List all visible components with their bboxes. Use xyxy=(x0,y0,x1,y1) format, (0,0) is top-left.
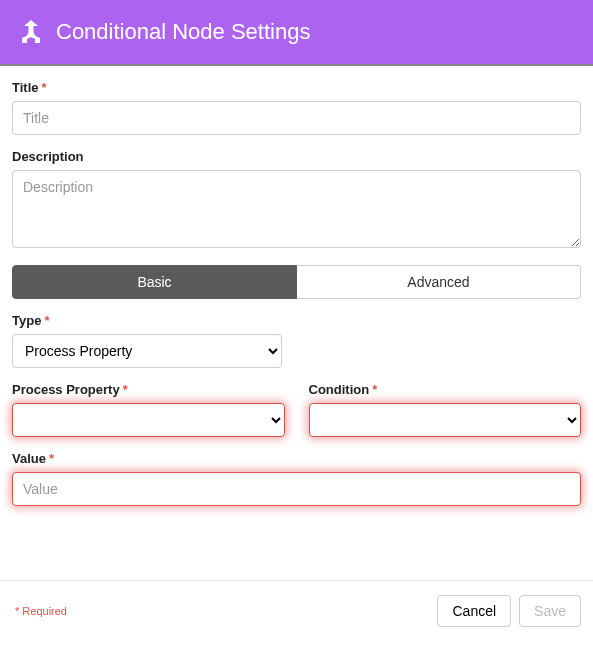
tab-basic[interactable]: Basic xyxy=(12,265,297,299)
type-label: Type* xyxy=(12,313,581,328)
required-asterisk: * xyxy=(49,451,54,466)
required-note: * Required xyxy=(12,605,67,617)
value-input[interactable] xyxy=(12,472,581,506)
type-select[interactable]: Process Property xyxy=(12,334,282,368)
property-condition-row: Process Property* Condition* xyxy=(12,382,581,451)
cancel-button[interactable]: Cancel xyxy=(437,595,511,627)
branch-icon xyxy=(18,18,44,46)
required-asterisk: * xyxy=(44,313,49,328)
condition-select[interactable] xyxy=(309,403,582,437)
value-field: Value* xyxy=(12,451,581,506)
mode-tabs: Basic Advanced xyxy=(12,265,581,299)
required-asterisk: * xyxy=(42,80,47,95)
modal-footer: * Required Cancel Save xyxy=(0,580,593,645)
description-field: Description xyxy=(12,149,581,251)
condition-field: Condition* xyxy=(309,382,582,437)
modal-title: Conditional Node Settings xyxy=(56,19,310,45)
modal-body: Title* Description Basic Advanced Type* … xyxy=(0,66,593,540)
title-label: Title* xyxy=(12,80,581,95)
type-field: Type* Process Property xyxy=(12,313,581,368)
condition-label: Condition* xyxy=(309,382,582,397)
footer-actions: Cancel Save xyxy=(437,595,581,627)
description-textarea[interactable] xyxy=(12,170,581,248)
value-label: Value* xyxy=(12,451,581,466)
process-property-label: Process Property* xyxy=(12,382,285,397)
process-property-field: Process Property* xyxy=(12,382,285,437)
required-asterisk: * xyxy=(372,382,377,397)
title-field: Title* xyxy=(12,80,581,135)
save-button[interactable]: Save xyxy=(519,595,581,627)
required-asterisk: * xyxy=(123,382,128,397)
modal-header: Conditional Node Settings xyxy=(0,0,593,66)
title-input[interactable] xyxy=(12,101,581,135)
process-property-select[interactable] xyxy=(12,403,285,437)
tab-advanced[interactable]: Advanced xyxy=(297,265,581,299)
description-label: Description xyxy=(12,149,581,164)
